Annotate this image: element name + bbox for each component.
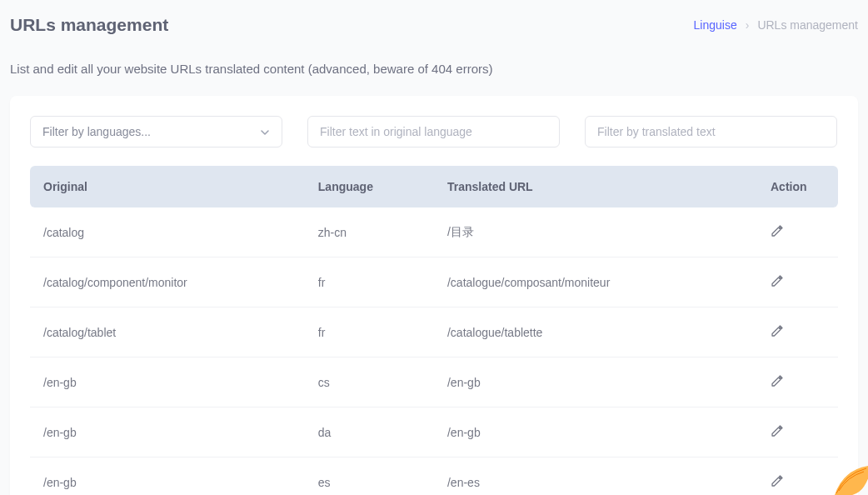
page-header: URLs management Linguise › URLs manageme…	[0, 0, 868, 42]
table-body: /catalog zh-cn /目录 /catalog/component/mo…	[30, 208, 838, 495]
cell-action	[757, 358, 838, 408]
cell-language: es	[305, 458, 434, 496]
cell-translated: /en-gb	[434, 358, 757, 408]
table-row: /en-gb da /en-gb	[30, 408, 838, 458]
cell-action	[757, 208, 838, 258]
edit-icon[interactable]	[771, 424, 784, 438]
table-row: /catalog/component/monitor fr /catalogue…	[30, 258, 838, 308]
cell-translated: /en-gb	[434, 408, 757, 458]
cell-language: fr	[305, 258, 434, 308]
edit-icon[interactable]	[771, 474, 784, 488]
table-row: /en-gb cs /en-gb	[30, 358, 838, 408]
filter-original-input[interactable]	[307, 116, 560, 148]
page-description: List and edit all your website URLs tran…	[0, 62, 868, 76]
cell-action	[757, 458, 838, 496]
cell-original: /en-gb	[30, 408, 305, 458]
filter-language-select[interactable]: Filter by languages...	[30, 116, 282, 148]
table-row: /catalog/tablet fr /catalogue/tablette	[30, 308, 838, 358]
table-header-original: Original	[30, 166, 305, 208]
cell-original: /en-gb	[30, 458, 305, 496]
edit-icon[interactable]	[771, 324, 784, 338]
chevron-down-icon	[260, 127, 270, 137]
cell-action	[757, 408, 838, 458]
cell-translated: /en-es	[434, 458, 757, 496]
cell-language: fr	[305, 308, 434, 358]
table-header-language: Language	[305, 166, 434, 208]
edit-icon[interactable]	[771, 224, 784, 238]
breadcrumb-separator: ›	[746, 18, 750, 32]
cell-translated: /目录	[434, 208, 757, 258]
edit-icon[interactable]	[771, 274, 784, 288]
cell-action	[757, 308, 838, 358]
cell-language: da	[305, 408, 434, 458]
cell-language: zh-cn	[305, 208, 434, 258]
cell-original: /catalog/component/monitor	[30, 258, 305, 308]
table-row: /en-gb es /en-es	[30, 458, 838, 496]
table-header-row: Original Language Translated URL Action	[30, 166, 838, 208]
cell-action	[757, 258, 838, 308]
main-card: Filter by languages... Original Language…	[10, 96, 858, 495]
cell-language: cs	[305, 358, 434, 408]
filter-language-placeholder: Filter by languages...	[42, 125, 151, 138]
filters-row: Filter by languages...	[30, 116, 838, 148]
breadcrumb-link-linguise[interactable]: Linguise	[694, 18, 737, 32]
page-title: URLs management	[10, 15, 168, 35]
urls-table: Original Language Translated URL Action …	[30, 166, 838, 495]
filter-translated-input[interactable]	[585, 116, 837, 148]
edit-icon[interactable]	[771, 374, 784, 388]
table-header-action: Action	[757, 166, 838, 208]
breadcrumb-current: URLs management	[757, 18, 858, 32]
cell-original: /en-gb	[30, 358, 305, 408]
table-row: /catalog zh-cn /目录	[30, 208, 838, 258]
breadcrumb: Linguise › URLs management	[694, 18, 858, 32]
cell-original: /catalog	[30, 208, 305, 258]
cell-original: /catalog/tablet	[30, 308, 305, 358]
table-header-translated: Translated URL	[434, 166, 757, 208]
cell-translated: /catalogue/composant/moniteur	[434, 258, 757, 308]
cell-translated: /catalogue/tablette	[434, 308, 757, 358]
